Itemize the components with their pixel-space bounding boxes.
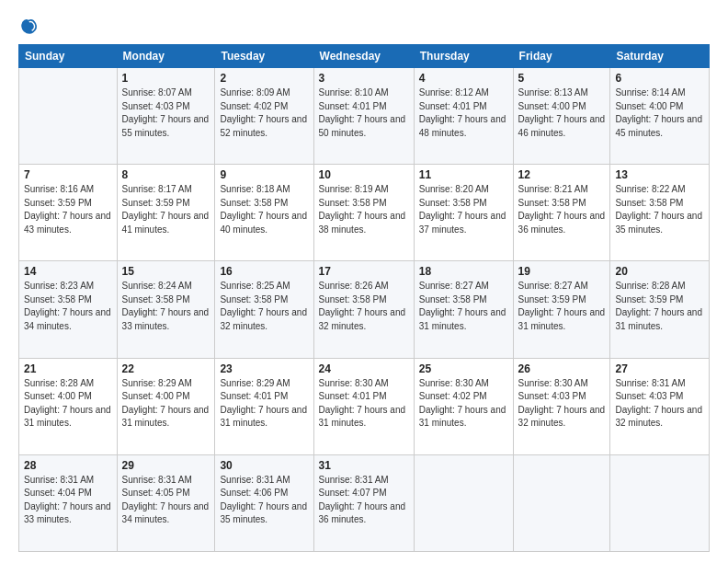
day-number: 28 [24, 459, 112, 472]
day-info: Sunrise: 8:31 AMSunset: 4:07 PMDaylight:… [319, 474, 409, 527]
calendar-cell: 8Sunrise: 8:17 AMSunset: 3:59 PMDaylight… [117, 165, 215, 261]
day-number: 23 [220, 362, 308, 375]
calendar-cell: 15Sunrise: 8:24 AMSunset: 3:58 PMDayligh… [117, 261, 215, 358]
day-number: 17 [319, 265, 409, 278]
calendar-cell: 16Sunrise: 8:25 AMSunset: 3:58 PMDayligh… [215, 261, 313, 358]
day-info: Sunrise: 8:25 AMSunset: 3:58 PMDaylight:… [220, 280, 308, 333]
day-number: 18 [419, 265, 508, 278]
day-info: Sunrise: 8:09 AMSunset: 4:02 PMDaylight:… [220, 86, 308, 140]
weekday-header-sunday: Sunday [19, 45, 118, 68]
weekday-header-friday: Friday [513, 45, 610, 68]
calendar-cell: 31Sunrise: 8:31 AMSunset: 4:07 PMDayligh… [313, 454, 414, 551]
calendar-cell: 4Sunrise: 8:12 AMSunset: 4:01 PMDaylight… [414, 68, 513, 165]
calendar-cell: 30Sunrise: 8:31 AMSunset: 4:06 PMDayligh… [215, 454, 313, 551]
calendar-cell: 6Sunrise: 8:14 AMSunset: 4:00 PMDaylight… [610, 68, 710, 165]
day-info: Sunrise: 8:12 AMSunset: 4:01 PMDaylight:… [419, 86, 508, 140]
day-info: Sunrise: 8:29 AMSunset: 4:01 PMDaylight:… [220, 377, 308, 431]
calendar-week-row: 21Sunrise: 8:28 AMSunset: 4:00 PMDayligh… [19, 358, 710, 454]
day-number: 16 [220, 265, 308, 278]
day-number: 24 [319, 362, 409, 375]
day-number: 5 [518, 72, 606, 85]
calendar-cell: 14Sunrise: 8:23 AMSunset: 3:58 PMDayligh… [19, 261, 118, 358]
day-info: Sunrise: 8:19 AMSunset: 3:58 PMDaylight:… [319, 183, 409, 236]
day-number: 29 [122, 459, 210, 472]
calendar-cell: 1Sunrise: 8:07 AMSunset: 4:03 PMDaylight… [117, 68, 215, 165]
calendar-week-row: 1Sunrise: 8:07 AMSunset: 4:03 PMDaylight… [19, 68, 710, 165]
day-number: 10 [319, 168, 409, 181]
calendar-cell: 10Sunrise: 8:19 AMSunset: 3:58 PMDayligh… [313, 165, 414, 261]
day-number: 7 [24, 168, 112, 181]
logo [18, 17, 42, 37]
calendar-cell: 17Sunrise: 8:26 AMSunset: 3:58 PMDayligh… [313, 261, 414, 358]
calendar-cell: 29Sunrise: 8:31 AMSunset: 4:05 PMDayligh… [117, 454, 215, 551]
day-info: Sunrise: 8:27 AMSunset: 3:58 PMDaylight:… [419, 280, 508, 333]
day-info: Sunrise: 8:30 AMSunset: 4:02 PMDaylight:… [419, 377, 508, 431]
day-number: 3 [319, 72, 409, 85]
day-info: Sunrise: 8:22 AMSunset: 3:58 PMDaylight:… [615, 183, 704, 236]
day-info: Sunrise: 8:27 AMSunset: 3:59 PMDaylight:… [518, 280, 606, 333]
calendar-cell: 12Sunrise: 8:21 AMSunset: 3:58 PMDayligh… [513, 165, 610, 261]
day-number: 30 [220, 459, 308, 472]
day-number: 20 [615, 265, 704, 278]
calendar-cell: 28Sunrise: 8:31 AMSunset: 4:04 PMDayligh… [19, 454, 118, 551]
calendar-cell: 3Sunrise: 8:10 AMSunset: 4:01 PMDaylight… [313, 68, 414, 165]
day-number: 27 [615, 362, 704, 375]
calendar-cell: 27Sunrise: 8:31 AMSunset: 4:03 PMDayligh… [610, 358, 710, 454]
calendar-week-row: 14Sunrise: 8:23 AMSunset: 3:58 PMDayligh… [19, 261, 710, 358]
day-number: 4 [419, 72, 508, 85]
day-number: 1 [122, 72, 210, 85]
calendar-cell [19, 68, 118, 165]
calendar-cell [414, 454, 513, 551]
weekday-header-thursday: Thursday [414, 45, 513, 68]
weekday-header-wednesday: Wednesday [313, 45, 414, 68]
day-number: 26 [518, 362, 606, 375]
calendar-cell: 7Sunrise: 8:16 AMSunset: 3:59 PMDaylight… [19, 165, 118, 261]
calendar-cell: 24Sunrise: 8:30 AMSunset: 4:01 PMDayligh… [313, 358, 414, 454]
day-number: 12 [518, 168, 606, 181]
weekday-header-tuesday: Tuesday [215, 45, 313, 68]
day-number: 14 [24, 265, 112, 278]
day-number: 15 [122, 265, 210, 278]
calendar-cell: 18Sunrise: 8:27 AMSunset: 3:58 PMDayligh… [414, 261, 513, 358]
calendar-cell: 22Sunrise: 8:29 AMSunset: 4:00 PMDayligh… [117, 358, 215, 454]
day-info: Sunrise: 8:07 AMSunset: 4:03 PMDaylight:… [122, 86, 210, 140]
calendar-cell [513, 454, 610, 551]
day-info: Sunrise: 8:31 AMSunset: 4:05 PMDaylight:… [122, 474, 210, 527]
day-info: Sunrise: 8:23 AMSunset: 3:58 PMDaylight:… [24, 280, 112, 333]
calendar-week-row: 28Sunrise: 8:31 AMSunset: 4:04 PMDayligh… [19, 454, 710, 551]
calendar-cell: 19Sunrise: 8:27 AMSunset: 3:59 PMDayligh… [513, 261, 610, 358]
day-number: 6 [615, 72, 704, 85]
day-info: Sunrise: 8:26 AMSunset: 3:58 PMDaylight:… [319, 280, 409, 333]
day-number: 25 [419, 362, 508, 375]
day-info: Sunrise: 8:20 AMSunset: 3:58 PMDaylight:… [419, 183, 508, 236]
day-info: Sunrise: 8:28 AMSunset: 3:59 PMDaylight:… [615, 280, 704, 333]
day-number: 21 [24, 362, 112, 375]
calendar-cell: 5Sunrise: 8:13 AMSunset: 4:00 PMDaylight… [513, 68, 610, 165]
day-info: Sunrise: 8:30 AMSunset: 4:01 PMDaylight:… [319, 377, 409, 431]
calendar-cell: 21Sunrise: 8:28 AMSunset: 4:00 PMDayligh… [19, 358, 118, 454]
day-info: Sunrise: 8:18 AMSunset: 3:58 PMDaylight:… [220, 183, 308, 236]
calendar-cell: 26Sunrise: 8:30 AMSunset: 4:03 PMDayligh… [513, 358, 610, 454]
day-number: 8 [122, 168, 210, 181]
calendar-cell: 11Sunrise: 8:20 AMSunset: 3:58 PMDayligh… [414, 165, 513, 261]
calendar-cell [610, 454, 710, 551]
logo-icon [18, 17, 39, 37]
calendar-cell: 2Sunrise: 8:09 AMSunset: 4:02 PMDaylight… [215, 68, 313, 165]
day-info: Sunrise: 8:17 AMSunset: 3:59 PMDaylight:… [122, 183, 210, 236]
day-info: Sunrise: 8:31 AMSunset: 4:06 PMDaylight:… [220, 474, 308, 527]
day-number: 22 [122, 362, 210, 375]
day-info: Sunrise: 8:10 AMSunset: 4:01 PMDaylight:… [319, 86, 409, 140]
day-info: Sunrise: 8:24 AMSunset: 3:58 PMDaylight:… [122, 280, 210, 333]
calendar-cell: 20Sunrise: 8:28 AMSunset: 3:59 PMDayligh… [610, 261, 710, 358]
calendar-table: SundayMondayTuesdayWednesdayThursdayFrid… [18, 44, 710, 552]
day-number: 9 [220, 168, 308, 181]
day-info: Sunrise: 8:29 AMSunset: 4:00 PMDaylight:… [122, 377, 210, 431]
day-number: 11 [419, 168, 508, 181]
day-number: 19 [518, 265, 606, 278]
calendar-cell: 9Sunrise: 8:18 AMSunset: 3:58 PMDaylight… [215, 165, 313, 261]
weekday-header-saturday: Saturday [610, 45, 710, 68]
day-info: Sunrise: 8:16 AMSunset: 3:59 PMDaylight:… [24, 183, 112, 236]
weekday-header-row: SundayMondayTuesdayWednesdayThursdayFrid… [19, 45, 710, 68]
calendar-cell: 13Sunrise: 8:22 AMSunset: 3:58 PMDayligh… [610, 165, 710, 261]
calendar-cell: 25Sunrise: 8:30 AMSunset: 4:02 PMDayligh… [414, 358, 513, 454]
